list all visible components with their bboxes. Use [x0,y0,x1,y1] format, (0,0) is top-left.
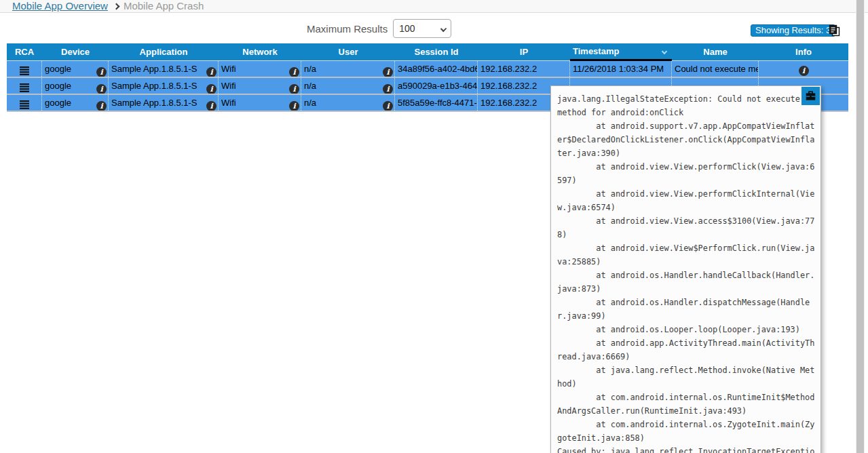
user-info-icon[interactable]: i [383,101,393,111]
user-value: n/a [304,64,316,74]
cell-user: n/ai [301,95,395,111]
network-info-icon[interactable]: i [289,67,299,77]
sort-chevron-down-icon [662,49,667,54]
column-header-application[interactable]: Application [109,43,219,61]
user-value: n/a [304,81,316,91]
column-header-session-id[interactable]: Session Id [395,43,478,61]
breadcrumb-link-overview[interactable]: Mobile App Overview [12,0,108,12]
briefcase-icon [806,91,816,101]
table-header-row: RCA Device Application Network User Sess… [7,43,848,61]
network-value: Wifi [221,81,236,91]
network-info-icon[interactable]: i [289,84,299,94]
showing-results-badge: Showing Results: 3 [751,24,835,37]
copy-stacktrace-button[interactable] [801,87,820,105]
cell-network: Wifii [219,61,301,77]
max-results-control: Maximum Results 100 [307,19,451,38]
rca-list-icon[interactable] [20,64,29,77]
max-results-select[interactable]: 100 [393,19,451,38]
cell-session-id: a590029a-e1b3-464e... [395,78,478,94]
cell-timestamp: 11/26/2018 1:03:34 PM [570,61,672,77]
application-info-icon[interactable]: i [206,101,216,111]
column-header-network[interactable]: Network [219,43,301,61]
row-info-icon[interactable]: i [799,66,809,76]
network-info-icon[interactable]: i [289,101,299,111]
column-header-rca[interactable]: RCA [7,43,42,61]
breadcrumb-current: Mobile App Crash [124,0,204,12]
cell-user: n/ai [301,78,395,94]
stack-trace-text: java.lang.IllegalStateException: Could n… [551,86,820,453]
column-header-user[interactable]: User [301,43,395,61]
cell-network: Wifii [219,95,301,111]
application-info-icon[interactable]: i [206,84,216,94]
cell-ip: 192.168.232.2 [478,61,570,77]
column-header-name[interactable]: Name [672,43,759,61]
breadcrumb-chevron-icon [113,3,119,10]
top-bar: Mobile App OverviewMobile App Crash [0,0,868,13]
stack-trace-popup: java.lang.IllegalStateException: Could n… [550,85,821,453]
rca-list-icon[interactable] [20,98,29,111]
application-value: Sample App.1.8.5.1-S [111,98,197,108]
rca-list-icon[interactable] [20,81,29,94]
cell-device: googlei [42,78,109,94]
device-value: google [45,64,71,74]
cell-name: Could not execute me... [672,61,759,77]
device-info-icon[interactable]: i [96,67,107,77]
application-info-icon[interactable]: i [206,67,216,77]
cell-device: googlei [42,61,109,77]
application-value: Sample App.1.8.5.1-S [111,64,197,74]
max-results-label: Maximum Results [307,23,388,35]
cell-application: Sample App.1.8.5.1-Si [109,95,219,111]
column-header-timestamp-label: Timestamp [573,46,619,56]
column-header-device[interactable]: Device [42,43,109,61]
user-value: n/a [304,98,316,108]
application-value: Sample App.1.8.5.1-S [111,81,197,91]
device-value: google [45,98,71,108]
cell-device: googlei [42,95,109,111]
network-value: Wifi [221,98,236,108]
column-header-info[interactable]: Info [759,43,848,61]
device-value: google [45,81,71,91]
table-row[interactable]: googlei Sample App.1.8.5.1-Si Wifii n/ai… [7,61,848,78]
column-header-timestamp[interactable]: Timestamp [570,43,672,61]
network-value: Wifi [221,64,236,74]
breadcrumb: Mobile App OverviewMobile App Crash [12,0,204,12]
column-header-ip[interactable]: IP [478,43,570,61]
cell-session-id: 34a89f56-a402-4bd6-... [395,61,478,77]
cell-application: Sample App.1.8.5.1-Si [109,78,219,94]
device-info-icon[interactable]: i [96,84,107,94]
copy-results-icon[interactable] [829,24,841,37]
vertical-scrollbar-track[interactable] [856,0,865,453]
cell-info-column: i [759,61,848,77]
cell-session-id: 5f85a59e-ffc8-4471-9... [395,95,478,111]
cell-application: Sample App.1.8.5.1-Si [109,61,219,77]
cell-user: n/ai [301,61,395,77]
vertical-scrollbar-thumb[interactable] [856,0,864,453]
cell-network: Wifii [219,78,301,94]
device-info-icon[interactable]: i [96,101,107,111]
user-info-icon[interactable]: i [383,84,393,94]
user-info-icon[interactable]: i [383,67,393,77]
